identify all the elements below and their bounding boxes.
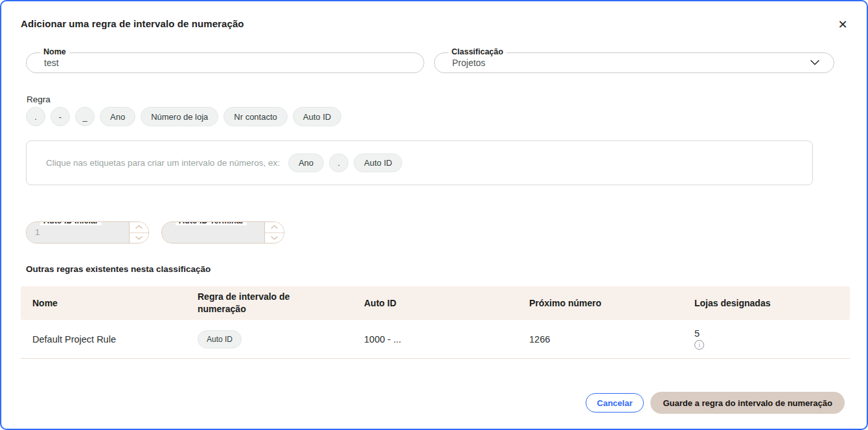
rule-section-label: Regra [27, 95, 51, 104]
stepper-up-icon[interactable] [130, 222, 148, 232]
rule-token-chips: . - _ Ano Número de loja Nr contacto Aut… [26, 107, 341, 126]
stepper-down-icon[interactable] [130, 232, 148, 243]
token-chip-dash[interactable]: - [51, 107, 70, 126]
token-chip-nr-contacto[interactable]: Nr contacto [223, 107, 287, 126]
dialog-footer: Cancelar Guarde a regra do intervalo de … [586, 392, 845, 414]
table-row: Default Project Rule Auto ID 1000 - ... … [21, 320, 850, 359]
auto-id-end-stepper [264, 222, 284, 243]
cell-assigned-stores: 5 i [683, 328, 850, 350]
token-chip-numero-de-loja[interactable]: Número de loja [141, 107, 218, 126]
token-chip-underscore[interactable]: _ [75, 107, 95, 126]
cell-rule-name: Default Project Rule [21, 334, 186, 345]
example-chip-ano: Ano [288, 153, 324, 172]
existing-rules-title: Outras regras existentes nesta classific… [26, 264, 211, 274]
token-chip-ano[interactable]: Ano [100, 107, 135, 126]
close-icon[interactable]: ✕ [834, 16, 851, 32]
cancel-button[interactable]: Cancelar [586, 393, 645, 413]
name-field[interactable]: Nome test [26, 52, 424, 73]
column-header-lojas-designadas: Lojas designadas [683, 297, 850, 310]
stepper-up-icon[interactable] [265, 222, 284, 232]
name-field-label: Nome [40, 47, 69, 56]
example-chip-dot: . [329, 153, 348, 172]
token-chip-auto-id[interactable]: Auto ID [293, 107, 341, 126]
column-header-auto-id: Auto ID [352, 297, 518, 310]
classification-label: Classificação [448, 47, 507, 56]
auto-id-start-label: Auto ID Iniciar [40, 221, 102, 225]
column-header-regra: Regra de intervalo de numeração [198, 291, 317, 315]
chevron-down-icon [810, 60, 819, 65]
token-chip-dot[interactable]: . [26, 107, 45, 126]
example-chip-auto-id: Auto ID [354, 153, 402, 172]
save-button[interactable]: Guarde a regra do intervalo de numeração [650, 392, 845, 414]
cell-auto-id-range: 1000 - ... [352, 334, 518, 345]
rule-builder-dropzone[interactable]: Clique nas etiquetas para criar um inter… [26, 141, 813, 185]
table-header-row: Nome Regra de intervalo de numeração Aut… [21, 286, 850, 320]
cell-rule-chip-auto-id: Auto ID [198, 330, 242, 348]
auto-id-end-field: Auto ID Terminar [161, 221, 284, 243]
auto-id-range-row: Auto ID Iniciar 1 Auto ID Terminar [26, 221, 284, 243]
cell-next-number: 1266 [518, 334, 683, 345]
auto-id-end-label: Auto ID Terminar [176, 221, 247, 225]
dialog-title: Adicionar uma regra de intervalo de nume… [21, 18, 244, 29]
builder-example-chips: Ano . Auto ID [288, 153, 403, 172]
existing-rules-table: Nome Regra de intervalo de numeração Aut… [21, 286, 850, 359]
classification-select[interactable]: Classificação Projetos [434, 52, 834, 73]
auto-id-start-field: Auto ID Iniciar 1 [26, 221, 149, 243]
name-field-value[interactable]: test [27, 53, 424, 73]
name-classification-row: Nome test Classificação Projetos [26, 52, 834, 73]
column-header-proximo-numero: Próximo número [518, 297, 683, 310]
auto-id-start-stepper [129, 222, 148, 243]
add-numbering-rule-dialog: Adicionar uma regra de intervalo de nume… [0, 0, 868, 430]
assigned-stores-count: 5 [694, 328, 700, 339]
builder-hint-text: Clique nas etiquetas para criar um inter… [46, 158, 280, 168]
column-header-nome: Nome [21, 297, 186, 310]
stepper-down-icon[interactable] [265, 232, 284, 243]
info-icon[interactable]: i [694, 340, 704, 350]
